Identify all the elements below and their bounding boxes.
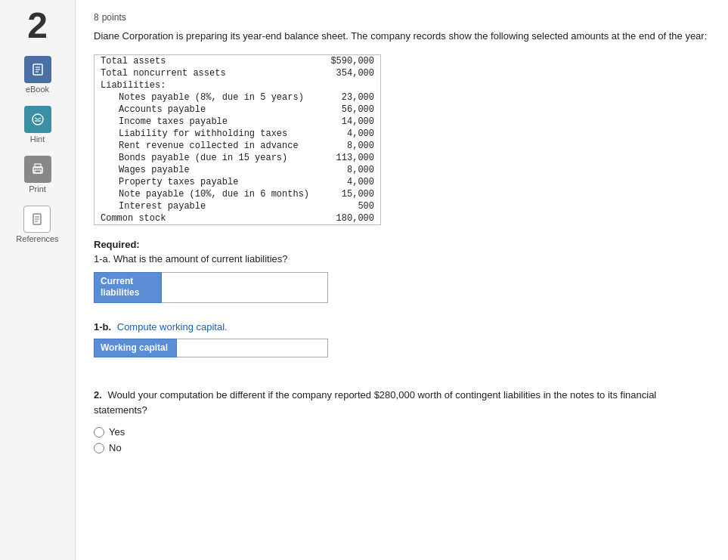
table-cell-value: 500 <box>315 200 380 212</box>
table-cell-label: Total assets <box>94 55 315 67</box>
q2-text: 2. Would your computation be different i… <box>94 388 710 417</box>
print-label: Print <box>29 184 46 193</box>
question-number: 2 <box>27 8 48 44</box>
table-cell-value: 56,000 <box>315 104 380 116</box>
table-cell-label: Property taxes payable <box>94 176 315 188</box>
sidebar: 2 eBook Hint <box>0 0 76 560</box>
ebook-icon <box>24 56 51 83</box>
table-cell-label: Bonds payable (due in 15 years) <box>94 152 315 164</box>
table-cell-value: $590,000 <box>315 55 380 67</box>
table-row: Liability for withholding taxes4,000 <box>94 128 380 140</box>
table-row: Common stock180,000 <box>94 212 380 224</box>
table-cell-value: 113,000 <box>315 152 380 164</box>
table-row: Notes payable (8%, due in 5 years)23,000 <box>94 91 380 104</box>
yes-radio[interactable] <box>94 427 104 438</box>
table-cell-value: 23,000 <box>315 91 380 104</box>
points-sublabel: points <box>102 12 126 23</box>
table-cell-label: Notes payable (8%, due in 5 years) <box>94 91 315 104</box>
table-cell-label: Liabilities: <box>94 79 315 91</box>
print-icon <box>24 156 51 183</box>
points-value: 8 <box>94 12 99 23</box>
sidebar-item-hint[interactable]: Hint <box>24 106 51 144</box>
table-row: Note payable (10%, due in 6 months)15,00… <box>94 188 380 200</box>
table-cell-label: Total noncurrent assets <box>94 67 315 79</box>
q2-num: 2. <box>94 389 102 401</box>
hint-icon <box>24 106 51 133</box>
references-label: References <box>16 234 58 243</box>
no-label: No <box>109 442 122 453</box>
working-capital-row: Working capital <box>94 339 328 358</box>
table-cell-label: Rent revenue collected in advance <box>94 140 315 152</box>
q2-body: Would your computation be different if t… <box>94 389 656 416</box>
table-cell-label: Income taxes payable <box>94 116 315 128</box>
required-heading: Required: <box>94 239 710 250</box>
svg-line-6 <box>38 118 41 119</box>
current-liabilities-input[interactable] <box>162 272 328 303</box>
table-cell-label: Note payable (10%, due in 6 months) <box>94 188 315 200</box>
table-cell-value <box>315 79 380 91</box>
yes-option[interactable]: Yes <box>94 426 710 438</box>
table-row: Total noncurrent assets354,000 <box>94 67 380 79</box>
table-cell-value: 4,000 <box>315 176 380 188</box>
balance-sheet-table: Total assets$590,000Total noncurrent ass… <box>94 54 381 225</box>
table-row: Total assets$590,000 <box>94 55 380 67</box>
table-row: Bonds payable (due in 15 years)113,000 <box>94 152 380 164</box>
sidebar-item-print[interactable]: Print <box>24 156 51 193</box>
q1b-label: 1-b. Compute working capital. <box>94 321 710 333</box>
table-row: Wages payable8,000 <box>94 164 380 176</box>
table-row: Accounts payable56,000 <box>94 104 380 116</box>
yes-label: Yes <box>109 426 125 438</box>
problem-intro: Diane Corporation is preparing its year-… <box>94 29 710 44</box>
table-cell-value: 15,000 <box>315 188 380 200</box>
svg-line-5 <box>35 118 38 119</box>
working-capital-input[interactable] <box>177 339 328 358</box>
working-capital-label: Working capital <box>94 339 177 358</box>
ebook-label: eBook <box>26 85 49 94</box>
table-cell-label: Accounts payable <box>94 104 315 116</box>
q1b-desc: Compute working capital. <box>117 321 228 333</box>
table-cell-value: 354,000 <box>315 67 380 79</box>
sidebar-item-references[interactable]: References <box>16 206 58 243</box>
current-liabilities-label: Currentliabilities <box>94 272 162 303</box>
table-cell-value: 180,000 <box>315 212 380 224</box>
no-radio[interactable] <box>94 443 104 453</box>
table-cell-label: Wages payable <box>94 164 315 176</box>
table-row: Income taxes payable14,000 <box>94 116 380 128</box>
table-cell-value: 14,000 <box>315 116 380 128</box>
current-liabilities-row: Currentliabilities <box>94 272 328 303</box>
sidebar-item-ebook[interactable]: eBook <box>24 56 51 94</box>
table-cell-label: Common stock <box>94 212 315 224</box>
q1a-text: 1-a. What is the amount of current liabi… <box>94 253 710 265</box>
table-cell-value: 8,000 <box>315 164 380 176</box>
q2-section: 2. Would your computation be different i… <box>94 388 710 453</box>
table-row: Liabilities: <box>94 79 380 91</box>
table-row: Rent revenue collected in advance8,000 <box>94 140 380 152</box>
q1b-num: 1-b. <box>94 321 111 333</box>
table-cell-label: Interest payable <box>94 200 315 212</box>
table-row: Property taxes payable4,000 <box>94 176 380 188</box>
table-cell-label: Liability for withholding taxes <box>94 128 315 140</box>
references-icon <box>23 206 51 233</box>
table-row: Interest payable500 <box>94 200 380 212</box>
table-cell-value: 8,000 <box>315 140 380 152</box>
table-cell-value: 4,000 <box>315 128 380 140</box>
main-content: 8 points Diane Corporation is preparing … <box>76 0 728 560</box>
required-section: Required: 1-a. What is the amount of cur… <box>94 239 710 454</box>
hint-label: Hint <box>30 135 45 144</box>
no-option[interactable]: No <box>94 442 710 453</box>
